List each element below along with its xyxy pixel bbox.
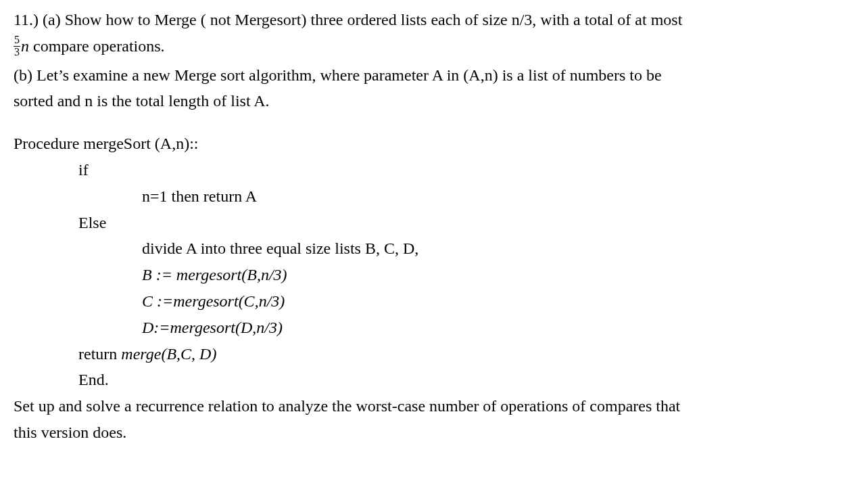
return-call: merge(B,C, D) (121, 345, 216, 363)
fraction-variable: n (21, 35, 29, 58)
return-line: return merge(B,C, D) (14, 342, 854, 366)
assign-b: B := mergesort(B,n/3) (14, 263, 854, 287)
problem-number: 11.) (14, 11, 39, 28)
part-b-text1: Let’s examine a new Merge sort algorithm… (37, 66, 662, 84)
closing-line2: this version does. (14, 421, 854, 444)
fraction-5-over-3: 5 3 (14, 35, 20, 58)
part-a-label: (a) (43, 11, 61, 28)
part-b-line1: (b) Let’s examine a new Merge sort algor… (14, 64, 854, 87)
assign-c: C :=mergesort(C,n/3) (14, 290, 854, 313)
step-divide: divide A into three equal size lists B, … (14, 237, 854, 260)
closing-line1: Set up and solve a recurrence relation t… (14, 394, 854, 418)
if-keyword: if (14, 158, 854, 182)
procedure-header: Procedure mergeSort (A,n):: (14, 132, 854, 156)
assign-d: D:=mergesort(D,n/3) (14, 316, 854, 340)
part-a-text1: Show how to Merge ( not Mergesort) three… (65, 11, 683, 28)
fraction-5-over-3-n: 5 3 n (14, 37, 33, 55)
fraction-denominator: 3 (14, 47, 20, 58)
part-a-line2: 5 3 n compare operations. (14, 35, 854, 60)
else-keyword: Else (14, 211, 854, 235)
part-b-label: (b) (14, 66, 32, 84)
return-keyword: return (78, 345, 121, 363)
part-a-text2: compare operations. (33, 37, 165, 55)
if-condition: n=1 then return A (14, 185, 854, 208)
part-a-line1: 11.) (a) Show how to Merge ( not Mergeso… (14, 8, 854, 32)
part-b-line2: sorted and n is the total length of list… (14, 89, 854, 113)
fraction-numerator: 5 (14, 35, 20, 47)
end-keyword: End. (14, 368, 854, 392)
